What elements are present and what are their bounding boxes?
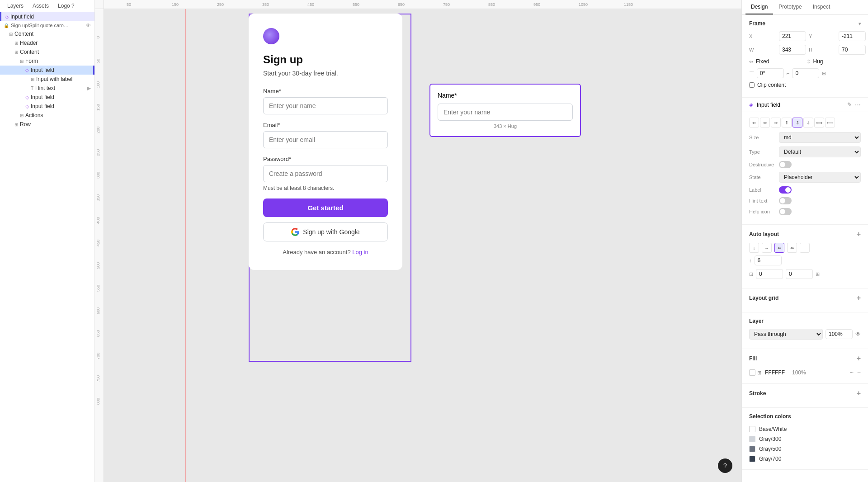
email-input[interactable] (263, 131, 388, 148)
nav-logo[interactable]: Logo ? (55, 2, 77, 10)
get-started-button[interactable]: Get started (263, 198, 388, 217)
layer-sign-up-carousel[interactable]: 🔒 Sign up/Split quote carousel/Mo... 👁 (0, 21, 94, 29)
help-icon-row: Help icon (749, 208, 861, 215)
fill-color-swatch[interactable] (749, 369, 755, 376)
layout-dir-h-btn[interactable]: → (762, 243, 772, 253)
layer-input-field-2[interactable]: ◇ Input field (0, 93, 94, 102)
layer-hint-label: Hint text (35, 85, 55, 91)
stroke-add[interactable]: + (857, 389, 861, 397)
distribute-h-btn[interactable]: ⟺ (814, 118, 824, 128)
blend-mode-select[interactable]: Pass through Normal Multiply (749, 329, 823, 340)
layer-input-field-3[interactable]: ◇ Input field (0, 102, 94, 111)
selection-colors-section: Selection colors Base/White Gray/300 Gra… (742, 408, 868, 470)
align-bottom-btn[interactable]: ⇓ (803, 118, 813, 128)
form-group-email: Email* (263, 122, 388, 148)
hint-text-toggle[interactable] (779, 197, 792, 204)
fill-remove[interactable]: − (857, 369, 861, 376)
layer-header[interactable]: ⊞ Header (0, 38, 94, 47)
login-link[interactable]: Log in (352, 249, 368, 255)
y-input[interactable] (839, 31, 866, 41)
state-select[interactable]: Placeholder Focused Filled Error (779, 172, 861, 183)
layout-dir-v-btn[interactable]: ↓ (749, 243, 759, 253)
frame-radius-row: ⌒ ⌐ ⊞ (749, 68, 861, 78)
color-gray-300: Gray/300 (749, 434, 861, 444)
layer-input-field-header[interactable]: ◇ Input field (0, 12, 94, 21)
layer-input-field-1[interactable]: ◇ Input field (0, 66, 94, 75)
password-label: Password* (263, 156, 388, 162)
component-header: ◈ Input field ✎ ⋯ (742, 98, 868, 112)
preview-name-input[interactable] (438, 104, 573, 121)
type-prop-label: Type (749, 149, 776, 155)
frame-icon: ⊞ (9, 32, 13, 37)
top-bar: Layers Assets Logo ? (0, 0, 94, 12)
selection-colors-title: Selection colors (749, 413, 861, 420)
align-right-btn[interactable]: ⇒ (771, 118, 781, 128)
size-select[interactable]: md sm lg (779, 132, 861, 143)
nav-assets[interactable]: Assets (30, 2, 52, 10)
layout-more-btn[interactable]: ⋯ (800, 243, 810, 253)
w-input[interactable] (779, 45, 806, 55)
type-select[interactable]: Default Password Email (779, 146, 861, 157)
tab-prototype[interactable]: Prototype (773, 0, 807, 14)
ruler-v-700: 700 (96, 353, 100, 359)
layer-input-with-label[interactable]: ⊞ Input with label (0, 75, 94, 84)
layer-actions[interactable]: ⊞ Actions (0, 111, 94, 120)
instance-icon-3: ◇ (25, 104, 29, 109)
y-label: Y (809, 33, 836, 39)
layout-align2-btn[interactable]: ⇔ (787, 243, 797, 253)
layout-grid-add[interactable]: + (857, 294, 861, 302)
layer-hint-text[interactable]: T Hint text ▶ (0, 84, 94, 93)
h-input[interactable] (839, 45, 866, 55)
help-icon-toggle[interactable] (779, 208, 792, 215)
tab-design[interactable]: Design (745, 0, 773, 14)
tab-inspect[interactable]: Inspect (807, 0, 836, 14)
opacity-input[interactable] (826, 329, 853, 339)
gray-500-swatch[interactable] (749, 446, 755, 452)
destructive-toggle[interactable] (779, 161, 792, 168)
expand-layout-icon[interactable]: ⊞ (816, 271, 820, 277)
gap-input[interactable] (755, 255, 782, 265)
layer-eye-icon[interactable]: 👁 (855, 331, 861, 337)
radius-input[interactable] (757, 68, 784, 78)
auto-layout-add[interactable]: + (857, 230, 861, 238)
fill-add[interactable]: + (857, 354, 861, 363)
canvas-area: 50 150 250 350 450 550 650 750 850 950 1… (95, 0, 741, 482)
distribute-v-btn[interactable]: ⟻ (825, 118, 835, 128)
layer-content[interactable]: ⊞ Content (0, 29, 94, 38)
fill-add-2[interactable]: ~ (850, 369, 854, 376)
frame-dropdown-arrow[interactable]: ▾ (859, 21, 861, 26)
pad-v-input[interactable] (786, 269, 813, 279)
ruler-tick-550: 550 (353, 2, 359, 7)
more-component-icon[interactable]: ⋯ (855, 101, 861, 108)
color-gray-500: Gray/500 (749, 444, 861, 454)
layer-row[interactable]: ⊞ Row (0, 120, 94, 129)
align-center-v-btn[interactable]: ⇕ (793, 118, 802, 128)
password-input[interactable] (263, 165, 388, 182)
expand-icon[interactable]: ⊞ (822, 71, 826, 76)
align-center-h-btn[interactable]: ⇔ (760, 118, 770, 128)
nav-layers[interactable]: Layers (5, 2, 26, 10)
gray-700-label: Gray/700 (759, 456, 781, 462)
preview-name-label: Name* (438, 92, 573, 99)
gray-300-swatch[interactable] (749, 436, 755, 442)
pad-h-input[interactable] (756, 269, 783, 279)
base-white-swatch[interactable] (749, 426, 755, 432)
align-left-btn[interactable]: ⇐ (749, 118, 759, 128)
x-input[interactable] (779, 31, 806, 41)
help-button[interactable]: ? (718, 458, 732, 473)
gray-700-swatch[interactable] (749, 456, 755, 462)
align-top-btn[interactable]: ⇑ (782, 118, 792, 128)
layer-form[interactable]: ⊞ Form (0, 57, 94, 66)
layer-content2[interactable]: ⊞ Content (0, 47, 94, 57)
clip-input[interactable] (792, 68, 819, 78)
auto-layout-controls: ↓ → ⇐ ⇔ ⋯ (749, 243, 861, 253)
label-toggle[interactable] (779, 186, 792, 194)
name-input[interactable] (263, 97, 388, 114)
clip-content-checkbox[interactable] (749, 82, 755, 88)
fill-color-group: ⊞ (749, 369, 761, 376)
google-button[interactable]: Sign up with Google (263, 222, 388, 241)
layout-align-btn[interactable]: ⇐ (774, 243, 784, 253)
form-group-password: Password* Must be at least 8 characters. (263, 156, 388, 191)
edit-component-icon[interactable]: ✎ (847, 101, 852, 108)
right-panel-tabs: Design Prototype Inspect (742, 0, 868, 15)
